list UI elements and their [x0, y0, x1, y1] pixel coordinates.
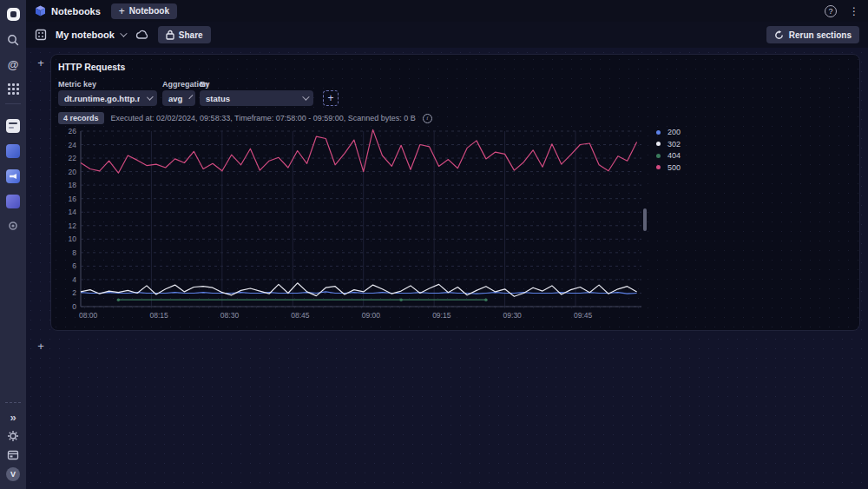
by-value: status	[206, 94, 230, 103]
rail-divider-dashed	[5, 402, 21, 403]
x-tick-label: 09:15	[432, 311, 451, 320]
notebooks-app-icon[interactable]	[3, 116, 23, 135]
y-tick-label: 2	[72, 288, 76, 297]
series-line-200	[81, 292, 637, 294]
section-title: HTTP Requests	[58, 62, 125, 72]
expand-rail-icon[interactable]: »	[3, 407, 23, 426]
share-label: Share	[179, 30, 203, 40]
rail-divider	[5, 103, 21, 104]
copilot-icon[interactable]: @	[3, 55, 23, 74]
legend-item-200[interactable]: 200	[656, 128, 681, 136]
aggregation-value: avg	[168, 94, 182, 103]
sections-panel-icon[interactable]	[35, 29, 47, 41]
plus-icon: +	[119, 5, 125, 17]
info-icon[interactable]: i	[423, 114, 432, 123]
x-tick-label: 08:45	[291, 311, 310, 320]
rerun-label: Rerun sections	[789, 30, 852, 40]
metric-key-select[interactable]: dt.runtime.go.http.requests	[58, 90, 157, 106]
app-icon-active[interactable]	[3, 192, 23, 211]
y-tick-label: 0	[72, 302, 76, 311]
series-line-302	[81, 283, 637, 297]
legend-label: 500	[667, 163, 681, 172]
y-tick-label: 20	[69, 168, 77, 176]
kebab-menu-icon[interactable]: ⋮	[849, 5, 859, 17]
x-tick-label: 09:30	[503, 311, 523, 320]
user-avatar[interactable]: V	[3, 465, 23, 484]
x-tick-label: 09:45	[574, 311, 593, 320]
series-marker-404	[117, 298, 121, 301]
search-icon[interactable]	[3, 30, 23, 50]
legend-dot	[656, 130, 661, 135]
execution-info: Executed at: 02/02/2024, 09:58:33, Timef…	[111, 114, 416, 122]
app-launcher-icon[interactable]	[3, 79, 23, 98]
y-tick-label: 10	[69, 235, 77, 243]
chevron-down-icon	[147, 94, 153, 100]
legend-item-500[interactable]: 500	[656, 163, 681, 172]
legend-item-404[interactable]: 404	[656, 151, 681, 160]
http-requests-section-card: HTTP Requests Metric key Aggregation By …	[50, 54, 860, 331]
settings-gear-icon[interactable]	[3, 426, 23, 446]
y-tick-label: 22	[69, 154, 77, 162]
legend-dot	[656, 142, 661, 146]
chevron-down-icon[interactable]	[120, 30, 127, 36]
dynatrace-logo	[7, 8, 20, 21]
double-chevron-glyph: »	[10, 411, 16, 424]
chart-legend: 200302404500	[656, 128, 681, 172]
notebook-toolbar: My notebook Share Rerun sections	[26, 22, 868, 48]
aggregation-select[interactable]: avg	[162, 90, 195, 106]
legend-dot	[656, 165, 661, 169]
cloud-sync-icon	[135, 30, 149, 40]
at-glyph: @	[8, 58, 19, 71]
grid-dots	[8, 83, 19, 95]
product-title: Notebooks	[51, 6, 101, 17]
app-icon-services[interactable]	[3, 142, 23, 161]
help-icon[interactable]: ?	[825, 5, 837, 17]
megaphone-app-glyph	[6, 169, 20, 183]
y-tick-label: 24	[69, 141, 77, 149]
app-icon-announcements[interactable]	[3, 167, 23, 186]
add-section-button-top[interactable]: +	[35, 56, 47, 69]
y-tick-label: 12	[69, 221, 77, 230]
y-tick-label: 18	[69, 181, 77, 189]
chevron-down-icon	[302, 93, 309, 100]
share-button[interactable]: Share	[158, 26, 211, 43]
extensions-icon[interactable]	[3, 216, 23, 235]
legend-item-302[interactable]: 302	[656, 140, 681, 149]
notebook-name[interactable]: My notebook	[56, 30, 115, 40]
chevron-down-icon	[189, 95, 194, 99]
app-rail: @ » V	[0, 0, 26, 489]
add-section-button-bottom[interactable]: +	[35, 340, 47, 352]
avatar-initial: V	[6, 467, 20, 481]
y-tick-label: 14	[69, 208, 77, 216]
x-tick-label: 08:00	[79, 311, 98, 320]
notebooks-app: @ » V Notebooks + Note	[0, 0, 868, 489]
legend-label: 404	[667, 151, 681, 160]
notebook-tab[interactable]: + Notebook	[111, 3, 177, 19]
y-tick-label: 16	[69, 195, 77, 203]
x-tick-label: 08:15	[149, 311, 168, 320]
metric-key-value: dt.runtime.go.http.requests	[64, 94, 140, 103]
by-select[interactable]: status	[200, 90, 313, 106]
metric-key-label: Metric key	[58, 80, 96, 89]
line-chart[interactable]: 0246810121416182022242608:0008:1508:3008…	[56, 126, 647, 324]
series-marker-404	[484, 298, 488, 301]
rerun-icon	[774, 30, 784, 40]
add-dimension-button[interactable]: +	[323, 90, 339, 106]
records-badge[interactable]: 4 records	[58, 112, 104, 124]
notebook-tab-label: Notebook	[129, 6, 169, 16]
notebook-card-glyph	[6, 119, 20, 133]
notebook-canvas: + HTTP Requests Metric key Aggregation B…	[26, 48, 868, 489]
dynatrace-logo-icon[interactable]	[3, 4, 23, 23]
legend-label: 302	[667, 140, 681, 149]
y-tick-label: 8	[72, 248, 76, 257]
chart-scrollbar-thumb[interactable]	[643, 208, 647, 231]
x-tick-label: 09:00	[362, 311, 381, 320]
rerun-sections-button[interactable]: Rerun sections	[766, 26, 859, 43]
legend-label: 200	[667, 128, 681, 136]
legend-dot	[656, 154, 661, 158]
series-line-500	[81, 129, 637, 173]
release-notes-icon[interactable]	[3, 446, 23, 465]
top-bar: Notebooks + Notebook ? ⋮	[26, 0, 868, 22]
x-tick-label: 08:30	[220, 311, 240, 320]
blue-app-glyph	[6, 144, 20, 158]
